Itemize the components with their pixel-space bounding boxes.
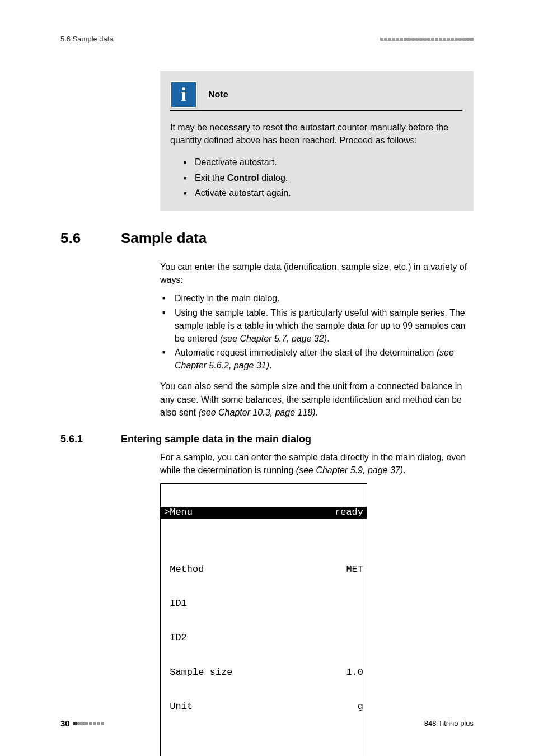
list-item: Automatic request immediately after the … bbox=[160, 346, 474, 372]
subsection-title: Entering sample data in the main dialog bbox=[121, 433, 311, 445]
info-icon: i bbox=[170, 81, 197, 108]
page-header: 5.6 Sample data bbox=[60, 35, 474, 43]
footer-decoration bbox=[73, 722, 104, 725]
section-list: Directly in the main dialog. Using the s… bbox=[160, 292, 474, 372]
lcd-menu-label: >Menu bbox=[164, 507, 193, 518]
subsection-number: 5.6.1 bbox=[60, 433, 94, 445]
page-number: 30 bbox=[60, 718, 70, 728]
section-intro: You can enter the sample data (identific… bbox=[160, 260, 474, 286]
note-item: Deactivate autostart. bbox=[184, 155, 462, 170]
section-title: Sample data bbox=[121, 230, 207, 247]
page-footer: 30 848 Titrino plus bbox=[60, 718, 474, 728]
note-list: Deactivate autostart. Exit the Control d… bbox=[170, 155, 462, 200]
list-item: Using the sample table. This is particul… bbox=[160, 306, 474, 346]
section-heading: 5.6 Sample data bbox=[60, 230, 474, 247]
lcd-status: ready bbox=[335, 507, 363, 518]
note-title: Note bbox=[208, 90, 228, 100]
note-item: Activate autostart again. bbox=[184, 185, 462, 200]
section-number: 5.6 bbox=[60, 230, 94, 247]
lcd-display: >Menu ready MethodMET ID1 ID2 Sample siz… bbox=[160, 483, 367, 756]
subsection-heading: 5.6.1 Entering sample data in the main d… bbox=[60, 433, 474, 445]
note-body: It may be necessary to reset the autosta… bbox=[170, 121, 462, 147]
header-left: 5.6 Sample data bbox=[60, 35, 114, 43]
note-callout: i Note It may be necessary to reset the … bbox=[160, 71, 474, 211]
subsection-body: For a sample, you can enter the sample d… bbox=[160, 451, 474, 477]
note-item: Exit the Control dialog. bbox=[184, 170, 462, 185]
footer-device: 848 Titrino plus bbox=[424, 719, 474, 727]
header-decoration bbox=[380, 38, 474, 41]
section-para2: You can also send the sample size and th… bbox=[160, 380, 474, 419]
list-item: Directly in the main dialog. bbox=[160, 292, 474, 305]
